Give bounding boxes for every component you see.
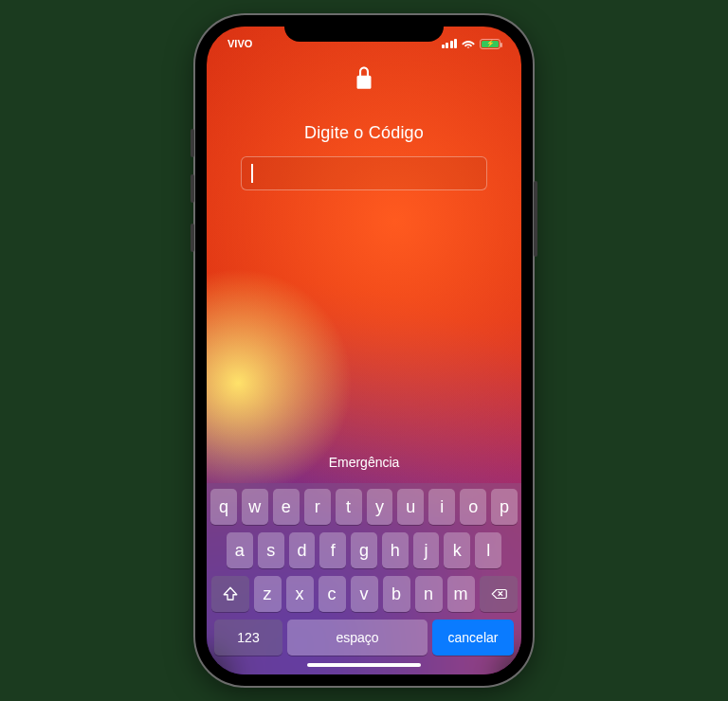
key-t[interactable]: t: [336, 489, 362, 525]
keyboard-row-4: 123 espaço cancelar: [210, 620, 518, 656]
notch: [284, 15, 444, 42]
key-u[interactable]: u: [397, 489, 424, 525]
emergency-button[interactable]: Emergência: [329, 455, 400, 470]
carrier-label: VIVO: [228, 38, 252, 49]
battery-icon: ⚡: [480, 39, 500, 49]
key-h[interactable]: h: [382, 532, 409, 568]
signal-icon: [442, 39, 458, 48]
keyboard-row-1: q w e r t y u i o p: [210, 489, 518, 525]
key-o[interactable]: o: [460, 489, 486, 525]
key-a[interactable]: a: [227, 532, 253, 568]
keyboard-row-3: z x c v b n m: [210, 576, 518, 612]
key-q[interactable]: q: [210, 489, 237, 525]
key-i[interactable]: i: [428, 489, 455, 525]
keyboard: q w e r t y u i o p a s d f g h j k l: [207, 483, 521, 674]
key-c[interactable]: c: [318, 576, 346, 612]
key-j[interactable]: j: [413, 532, 440, 568]
lock-screen: VIVO ⚡ Digite o Código Emergênc: [207, 27, 521, 674]
lock-icon: [355, 66, 373, 95]
text-cursor: [251, 164, 253, 183]
key-y[interactable]: y: [367, 489, 393, 525]
cancel-key[interactable]: cancelar: [432, 620, 514, 656]
key-f[interactable]: f: [319, 532, 346, 568]
shift-key[interactable]: [211, 576, 249, 612]
phone-frame: VIVO ⚡ Digite o Código Emergênc: [195, 15, 533, 686]
key-g[interactable]: g: [351, 532, 377, 568]
passcode-input[interactable]: [241, 156, 487, 190]
lock-area: Digite o Código Emergência: [207, 61, 521, 483]
key-w[interactable]: w: [242, 489, 268, 525]
key-l[interactable]: l: [475, 532, 501, 568]
key-v[interactable]: v: [351, 576, 378, 612]
key-z[interactable]: z: [254, 576, 282, 612]
passcode-title: Digite o Código: [304, 123, 424, 143]
key-s[interactable]: s: [258, 532, 284, 568]
keyboard-row-2: a s d f g h j k l: [210, 532, 518, 568]
numbers-key[interactable]: 123: [214, 620, 282, 656]
space-key[interactable]: espaço: [287, 620, 428, 656]
status-icons: ⚡: [442, 38, 501, 50]
wifi-icon: [462, 38, 475, 50]
home-indicator[interactable]: [307, 663, 421, 667]
key-m[interactable]: m: [447, 576, 475, 612]
key-e[interactable]: e: [273, 489, 300, 525]
backspace-key[interactable]: [480, 576, 518, 612]
key-d[interactable]: d: [289, 532, 316, 568]
key-b[interactable]: b: [383, 576, 410, 612]
key-x[interactable]: x: [286, 576, 314, 612]
key-n[interactable]: n: [415, 576, 443, 612]
key-p[interactable]: p: [491, 489, 518, 525]
key-k[interactable]: k: [444, 532, 470, 568]
key-r[interactable]: r: [304, 489, 331, 525]
